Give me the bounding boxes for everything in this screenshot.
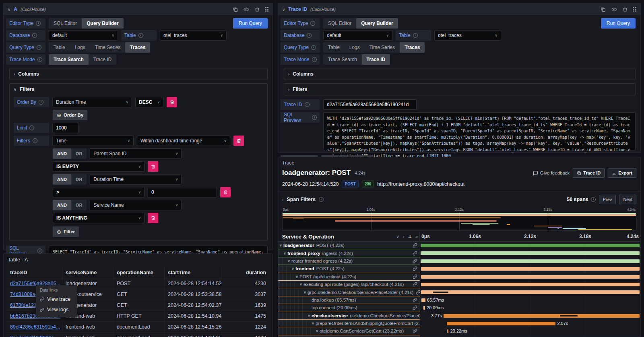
span-link-icon[interactable] xyxy=(413,290,420,295)
span-link-icon[interactable] xyxy=(410,259,420,263)
collapse-chevron-icon[interactable]: ∨ xyxy=(282,7,285,12)
eye-icon[interactable] xyxy=(611,7,617,12)
span-name-cell[interactable]: ∨frontendPOST (4.22s) xyxy=(278,265,420,273)
drag-handle-icon[interactable] xyxy=(265,7,268,12)
trace-mode-option-trace-id[interactable]: Trace ID xyxy=(89,54,117,65)
or-option[interactable]: OR xyxy=(71,148,87,159)
info-icon[interactable]: i xyxy=(36,21,41,26)
span-row[interactable]: ∨prepareOrderItemsAndShippingQuoteFromCa… xyxy=(278,320,640,327)
query-type-option-table[interactable]: Table xyxy=(323,42,345,53)
or-option[interactable]: OR xyxy=(71,200,87,210)
view-logs-menu-item[interactable]: View logs xyxy=(36,304,77,315)
span-name-cell[interactable]: ∨POST /api/checkout (4.22s) xyxy=(278,273,420,281)
and-option[interactable]: AND xyxy=(53,200,71,210)
and-or-toggle[interactable]: ANDOR xyxy=(53,174,87,185)
order-by-field-select[interactable]: Duration Time∨ xyxy=(52,97,132,107)
column-header-serviceName[interactable]: serviceName xyxy=(62,267,114,278)
and-or-toggle[interactable]: ANDOR xyxy=(53,200,87,210)
limit-input[interactable]: 1000 xyxy=(52,123,79,133)
duplicate-query-icon[interactable] xyxy=(233,7,238,12)
trace-mode-option-trace-search[interactable]: Trace Search xyxy=(323,54,362,65)
view-trace-menu-item[interactable]: View trace xyxy=(36,294,77,304)
span-timeline-cell[interactable] xyxy=(420,257,640,265)
trace-id-link[interactable]: 3ce7ecfc9194f996c... xyxy=(10,335,58,337)
duplicate-query-icon[interactable] xyxy=(601,7,606,12)
span-link-icon[interactable] xyxy=(410,274,420,279)
columns-section[interactable]: ›Columns xyxy=(284,68,636,80)
query-type-option-time-series[interactable]: Time Series xyxy=(365,42,400,53)
condition-operator-select[interactable]: IS ANYTHING∨ xyxy=(53,213,144,223)
next-span-button[interactable]: Next xyxy=(619,195,636,204)
span-row[interactable]: dns.lookup (65.57ms)65.57ms xyxy=(278,296,640,304)
span-collapse-chevron-icon[interactable]: ∨ xyxy=(298,282,303,286)
delete-query-icon[interactable] xyxy=(623,7,627,12)
condition-operator-select[interactable]: IS EMPTY∨ xyxy=(53,161,144,172)
condition-operator-select[interactable]: >∨ xyxy=(53,187,144,197)
span-row[interactable]: ∨loadgeneratorPOST (4.23s) xyxy=(278,242,640,249)
condition-value-input[interactable]: 0 xyxy=(148,187,217,197)
span-name-cell[interactable]: cartservicePOST /oteldemo.CartService/Ge… xyxy=(278,335,420,337)
span-timeline-cell[interactable]: 20.09ms xyxy=(420,304,640,312)
and-option[interactable]: AND xyxy=(53,174,71,185)
span-row[interactable]: ∨executing api route (pages) /api/checko… xyxy=(278,281,640,288)
drag-handle-icon[interactable] xyxy=(633,7,636,12)
table-select[interactable]: otel_traces∨ xyxy=(434,30,501,41)
filters-section-header[interactable]: ∨Filters xyxy=(14,86,263,92)
run-query-button[interactable]: Run Query xyxy=(601,18,636,29)
editor-type-option-sql-editor[interactable]: SQL Editor xyxy=(323,18,356,29)
span-link-icon[interactable] xyxy=(410,298,420,302)
eye-icon[interactable] xyxy=(244,7,249,12)
column-header-startTime[interactable]: startTime xyxy=(165,267,222,278)
span-name-cell[interactable]: tcp.connect (20.09ms) xyxy=(278,304,420,312)
delete-query-icon[interactable] xyxy=(255,7,260,12)
span-filters-toggle[interactable]: › Span Filters i xyxy=(282,197,324,202)
trace-mode-option-trace-search[interactable]: Trace Search xyxy=(49,54,89,65)
span-timeline-cell[interactable]: 65.57ms xyxy=(420,296,640,304)
trace-minimap[interactable] xyxy=(282,212,636,231)
span-timeline-cell[interactable] xyxy=(420,242,640,249)
collapse-chevron-icon[interactable]: ∨ xyxy=(8,7,10,12)
span-row[interactable]: cartservicePOST /oteldemo.CartService/Ge… xyxy=(278,335,640,337)
or-option[interactable]: OR xyxy=(71,174,87,185)
info-icon[interactable]: i xyxy=(311,45,316,50)
span-row[interactable]: tcp.connect (20.09ms)20.09ms xyxy=(278,304,640,312)
span-timeline-cell[interactable] xyxy=(420,273,640,281)
columns-section[interactable]: ›Columns xyxy=(9,68,268,80)
order-by-direction-select[interactable]: DESC∨ xyxy=(135,97,163,107)
span-timeline-cell[interactable]: 23.22ms xyxy=(420,327,640,335)
span-row[interactable]: ∨router frontend egress (4.22s) xyxy=(278,257,640,265)
trace-id-input[interactable]: d2a7155ef6a928a05680e5ff6190241d xyxy=(323,99,417,110)
table-select[interactable]: otel_traces∨ xyxy=(160,30,227,41)
span-row[interactable]: ∨checkoutserviceoteldemo.CheckoutService… xyxy=(278,312,640,320)
span-timeline-cell[interactable] xyxy=(420,281,640,288)
query-type-option-traces[interactable]: Traces xyxy=(400,42,425,53)
add-order-by-button[interactable]: ⊕Order By xyxy=(53,110,87,120)
info-icon[interactable]: i xyxy=(37,57,42,62)
filter-value-select[interactable]: Within dashboard time range∨ xyxy=(137,136,230,146)
info-icon[interactable]: i xyxy=(310,21,315,26)
expand-all-icon[interactable]: » xyxy=(415,234,418,239)
editor-type-option-sql-editor[interactable]: SQL Editor xyxy=(49,18,82,29)
condition-field-select[interactable]: Duration Time∨ xyxy=(90,174,182,185)
span-row[interactable]: ∨oteldemo.CartService/GetCart (23.22ms)2… xyxy=(278,327,640,335)
condition-field-select[interactable]: Parent Span ID∨ xyxy=(90,148,182,159)
database-select[interactable]: default∨ xyxy=(323,30,392,41)
info-icon[interactable]: i xyxy=(37,45,41,50)
run-query-button[interactable]: Run Query xyxy=(233,18,268,29)
span-name-cell[interactable]: ∨prepareOrderItemsAndShippingQuoteFromCa… xyxy=(278,320,420,327)
info-icon[interactable]: i xyxy=(312,57,317,62)
info-icon[interactable]: i xyxy=(413,33,418,38)
column-header-duration[interactable]: duration xyxy=(222,267,269,278)
span-row[interactable]: ∨frontend-proxyingress (4.22s) xyxy=(278,249,640,257)
span-timeline-cell[interactable] xyxy=(420,335,640,337)
info-icon[interactable]: i xyxy=(138,33,143,38)
span-link-icon[interactable] xyxy=(410,282,420,287)
span-link-icon[interactable] xyxy=(410,266,420,271)
and-option[interactable]: AND xyxy=(53,148,71,159)
column-header-traceID[interactable]: traceID xyxy=(7,267,62,278)
query-type-option-logs[interactable]: Logs xyxy=(345,42,365,53)
info-icon[interactable]: i xyxy=(591,197,596,202)
remove-filter-button[interactable] xyxy=(233,136,244,146)
span-collapse-chevron-icon[interactable]: ∨ xyxy=(302,290,308,294)
query-type-option-table[interactable]: Table xyxy=(49,42,70,53)
